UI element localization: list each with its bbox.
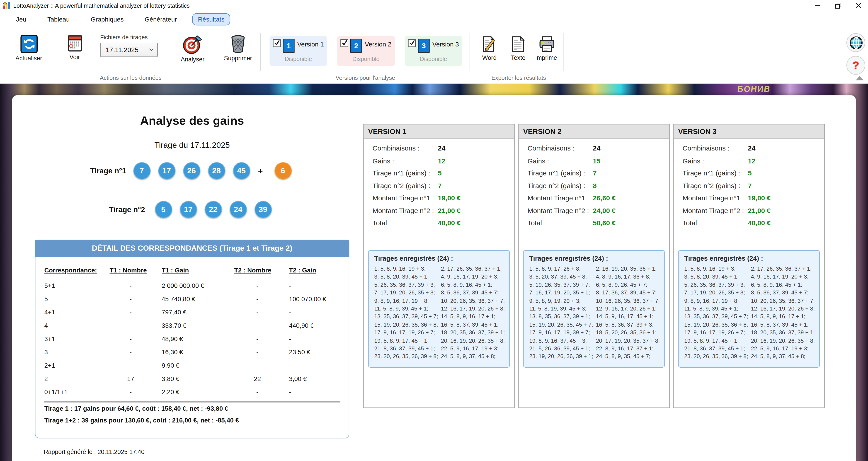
ribbon-card-version-1[interactable]: 1Version 1Disponible — [270, 36, 327, 66]
menu-item-generateur[interactable]: Générateur — [138, 13, 183, 26]
lotto-ball: 24 — [229, 201, 247, 218]
stat-label: Montant Tirage n°2 : — [528, 207, 589, 214]
app-window: LottoAnalyzer :: A powerful mathematical… — [0, 0, 868, 461]
lotto-ball: 17 — [158, 162, 175, 179]
table-cell: 5+1 — [44, 282, 55, 289]
version-2-status: Disponible — [337, 55, 395, 62]
question-mark-icon: ? — [852, 59, 859, 72]
detail-column-header: Correspondance: — [44, 267, 97, 273]
bonus-ball: 6 — [274, 162, 291, 179]
minimize-button[interactable] — [808, 0, 827, 11]
stat-label: Tirage n°2 (gains) : — [528, 182, 585, 189]
lotto-ball: 28 — [208, 162, 225, 179]
stat-label: Tirage n°1 (gains) : — [683, 169, 740, 177]
tirages-grid: 1. 5, 8, 9, 16, 19 + 3;2. 17, 26, 35, 36… — [374, 265, 508, 361]
table-cell: 3 — [44, 349, 48, 356]
tirage-entry: 11. 5, 8, 9, 39, 45 + 1; — [374, 305, 441, 313]
ribbon-card-version-2[interactable]: 2Version 2Disponible — [337, 36, 395, 66]
analyser-button[interactable]: Analyser — [175, 35, 210, 63]
tirage-entry: 19. 5, 8, 9, 17, 45 + 1; — [684, 337, 751, 345]
tirage-entry: 11. 5, 8, 9, 39, 45 + 1; — [684, 305, 751, 313]
globe-icon — [849, 36, 863, 50]
lotto-ball: 39 — [254, 201, 272, 218]
lotto-ball: 17 — [180, 201, 197, 218]
collapse-ribbon-icon[interactable] — [856, 76, 864, 81]
lotto-ball: 26 — [183, 162, 200, 179]
table-cell: - — [110, 335, 152, 342]
tirage-entry: 22. 5, 9, 16, 17, 19 + 3; — [441, 345, 508, 353]
stat-value: 40,00 € — [748, 219, 771, 227]
export-texte-button[interactable]: Texte — [503, 36, 534, 61]
actualiser-button[interactable]: Actualiser — [11, 35, 46, 61]
report-subtitle: Tirage du 17.11.2025 — [35, 141, 349, 149]
version-panel-title: VERSION 1 — [364, 125, 514, 139]
files-label: Fichiers de tirages — [100, 34, 148, 40]
version-2-checkbox[interactable] — [340, 39, 348, 47]
tirage-entry: 13. 8, 35, 36, 37, 39 + 1; — [529, 313, 596, 321]
stat-value: 21,00 € — [438, 207, 461, 214]
files-combobox[interactable]: 17.11.2025 — [100, 42, 158, 57]
detail-column-header: T2 : Gain — [289, 267, 316, 273]
tirages-box: Tirages enregistrés (24) :1. 5, 8, 9, 16… — [678, 250, 820, 368]
text-doc-icon — [511, 36, 526, 53]
stat-label: Total : — [683, 219, 701, 227]
stat-label: Tirage n°1 (gains) : — [373, 169, 430, 177]
tirage-entry: 22. 8, 9, 16, 17, 37 + 1; — [596, 345, 662, 353]
version-1-checkbox[interactable] — [273, 39, 281, 47]
tirage-entry: 4. 9, 16, 17, 19, 20 + 3; — [441, 273, 508, 281]
table-cell: 9,90 € — [162, 362, 179, 369]
stat-value: 12 — [438, 157, 445, 164]
table-cell: - — [110, 362, 152, 369]
language-globe-button[interactable] — [846, 33, 865, 52]
table-cell: - — [289, 335, 291, 342]
stat-value: 12 — [748, 157, 755, 164]
group-caption-actions: Actions sur les données — [75, 74, 186, 81]
table-cell: 5 — [44, 296, 48, 302]
table-cell: - — [110, 322, 152, 329]
tirage-entry: 7. 17, 19, 20, 26, 35 + 3; — [374, 289, 441, 297]
menu-item-graphiques[interactable]: Graphiques — [85, 13, 130, 26]
version-panel-1: VERSION 1Combinaisons :24Gains :12Tirage… — [363, 124, 515, 408]
menu-item-resultats[interactable]: Résultats — [192, 13, 230, 26]
export-word-button[interactable]: Word — [474, 36, 505, 61]
version-3-checkbox[interactable] — [408, 39, 416, 47]
stat-value: 21,00 € — [748, 207, 771, 214]
stat-label: Tirage n°1 (gains) : — [528, 169, 585, 177]
printer-icon — [539, 36, 555, 53]
report-generated-timestamp: Rapport généré le : 20.11.2025 17:40 — [44, 449, 145, 455]
tirage-entry: 18. 5, 20, 26, 35, 36 + 1; — [596, 329, 662, 337]
table-cell: 45 740,80 € — [162, 296, 195, 302]
menu-item-jeu[interactable]: Jeu — [10, 13, 32, 26]
supprimer-button[interactable]: Supprimer — [220, 35, 256, 61]
version-2-label: Version 2 — [365, 41, 392, 48]
version-2-number-badge: 2 — [350, 39, 362, 53]
analyser-label: Analyser — [175, 56, 210, 63]
tirage-entry: 15. 19, 20, 26, 35, 45 + 7; — [529, 321, 596, 329]
table-cell: 2 — [44, 375, 48, 382]
close-button[interactable] — [849, 0, 868, 11]
tirage-entry: 2. 17, 26, 35, 36, 37 + 1; — [751, 265, 817, 273]
restore-button[interactable] — [829, 0, 847, 11]
version-panel-title: VERSION 2 — [519, 125, 669, 139]
export-mprime-button[interactable]: mprime — [531, 36, 562, 61]
tirages-box-title: Tirages enregistrés (24) : — [684, 255, 763, 263]
target-icon — [183, 35, 203, 54]
stat-label: Gains : — [528, 157, 549, 164]
menu-item-tableau[interactable]: Tableau — [41, 13, 76, 26]
tirage-entry: 1. 5, 8, 9, 17, 26 + 8; — [529, 265, 596, 273]
ribbon-card-version-3[interactable]: 3Version 3Disponible — [405, 36, 462, 66]
version-3-status: Disponible — [405, 55, 462, 62]
tirage-entry: 18. 20, 35, 36, 37, 39 + 1; — [441, 329, 508, 337]
tirage-entry: 5. 19, 26, 35, 37, 39 + 7; — [529, 281, 596, 289]
table-cell: - — [110, 282, 152, 289]
tirage-entry: 6. 5, 8, 9, 26, 45 + 7; — [596, 281, 662, 289]
results-card: Analyse des gains Tirage du 17.11.2025 T… — [12, 95, 856, 461]
export-texte-label: Texte — [503, 54, 534, 61]
plus-sign: + — [258, 166, 263, 176]
help-button[interactable]: ? — [846, 56, 865, 75]
stat-value: 5 — [748, 169, 752, 177]
voir-button[interactable]: Voir — [57, 35, 92, 60]
tirage2-label: Tirage n°2 — [92, 205, 145, 214]
table-cell: 22 — [234, 375, 281, 382]
lotto-ball: 7 — [133, 162, 150, 179]
